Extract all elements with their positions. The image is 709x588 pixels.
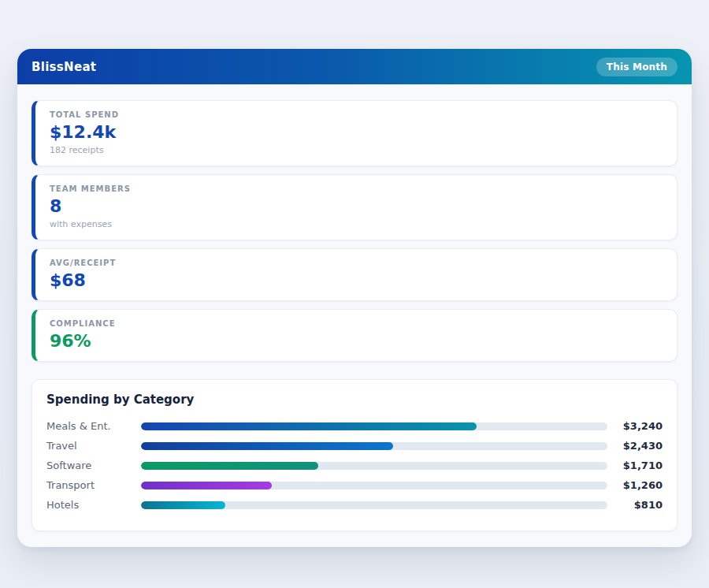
stat-value: $68 — [50, 270, 663, 290]
bar-track — [141, 442, 607, 450]
stat-label: TEAM MEMBERS — [50, 184, 663, 193]
stat-label: COMPLIANCE — [50, 319, 663, 328]
stat-value: 8 — [50, 196, 663, 216]
dashboard-body: TOTAL SPEND $12.4k 182 receipts TEAM MEM… — [17, 84, 692, 547]
bar-fill — [141, 482, 272, 489]
stat-card: TOTAL SPEND $12.4k 182 receipts — [32, 100, 677, 166]
category-value: $1,260 — [607, 479, 663, 491]
bar-track — [141, 462, 607, 470]
bar-track — [141, 501, 607, 509]
category-label: Software — [46, 460, 141, 471]
bar-track — [141, 422, 607, 430]
chart-row: Meals & Ent. $3,240 — [46, 416, 663, 436]
stat-value: 96% — [50, 331, 663, 351]
dashboard-container: BlissNeat This Month TOTAL SPEND $12.4k … — [17, 49, 692, 547]
stat-card: COMPLIANCE 96% — [32, 309, 677, 362]
stat-card: TEAM MEMBERS 8 with expenses — [32, 174, 677, 240]
stat-label: TOTAL SPEND — [50, 110, 663, 119]
stat-sub: with expenses — [50, 219, 663, 229]
stat-label: AVG/RECEIPT — [50, 259, 663, 267]
category-value: $1,710 — [607, 460, 663, 471]
chart-row: Hotels $810 — [46, 495, 663, 515]
chart-row: Software $1,710 — [46, 456, 663, 475]
stat-value: $12.4k — [50, 122, 663, 142]
chart-row: Transport $1,260 — [46, 475, 663, 495]
category-label: Hotels — [46, 499, 141, 511]
category-value: $3,240 — [607, 420, 663, 432]
chart-row: Travel $2,430 — [46, 436, 663, 456]
chart-title: Spending by Category — [46, 393, 663, 407]
category-value: $2,430 — [607, 440, 663, 452]
bar-track — [141, 482, 607, 489]
period-badge-button[interactable]: This Month — [596, 58, 677, 76]
bar-fill — [141, 462, 318, 470]
stat-card: AVG/RECEIPT $68 — [32, 248, 677, 301]
bar-fill — [141, 442, 393, 450]
category-value: $810 — [607, 499, 663, 511]
app-header: BlissNeat This Month — [17, 49, 692, 84]
category-label: Meals & Ent. — [46, 420, 141, 432]
bar-fill — [141, 422, 477, 430]
spending-chart-card: Spending by Category Meals & Ent. $3,240… — [32, 379, 677, 531]
app-title: BlissNeat — [32, 60, 96, 74]
bar-fill — [141, 501, 225, 509]
category-label: Transport — [46, 479, 141, 491]
stat-sub: 182 receipts — [50, 145, 663, 155]
category-label: Travel — [46, 440, 141, 452]
